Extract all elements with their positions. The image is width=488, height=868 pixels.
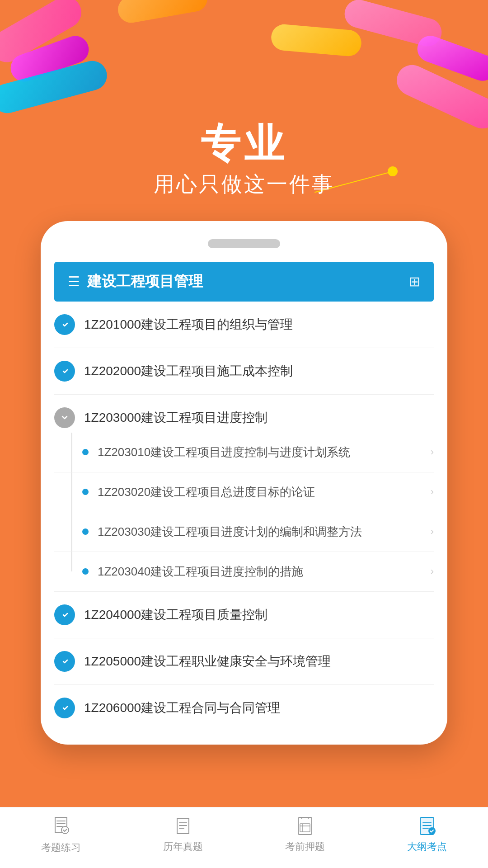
item-icon-blue	[54, 698, 75, 718]
sub-item-line	[71, 472, 72, 512]
nav-label-outline: 大纲考点	[407, 840, 447, 854]
sub-item-dot	[82, 528, 89, 535]
nav-item-past[interactable]: 历年真题	[138, 816, 228, 854]
sub-item[interactable]: 1Z203010建设工程项目进度控制与进度计划系统 ›	[54, 433, 434, 472]
sub-item[interactable]: 1Z203040建设工程项目进度控制的措施 ›	[54, 552, 434, 592]
nav-item-outline[interactable]: 大纲考点	[382, 816, 472, 854]
sub-item[interactable]: 1Z203020建设工程项目总进度目标的论证 ›	[54, 472, 434, 512]
item-text: 1Z203000建设工程项目进度控制	[84, 409, 434, 426]
sub-items: 1Z203010建设工程项目进度控制与进度计划系统 › 1Z203020建设工程…	[54, 433, 434, 592]
hero-title: 专业	[0, 122, 488, 166]
item-icon-blue	[54, 314, 75, 335]
nav-item-predict[interactable]: 考前押题	[260, 816, 350, 854]
list-icon: ☰	[68, 274, 80, 289]
item-icon-blue	[54, 651, 75, 672]
sub-item-line	[71, 512, 72, 552]
nav-icon-wrapper	[51, 815, 71, 837]
item-text: 1Z202000建设工程项目施工成本控制	[84, 362, 434, 380]
sub-item-text: 1Z203030建设工程项目进度计划的编制和调整方法	[98, 523, 431, 541]
sub-item-arrow-icon: ›	[431, 526, 434, 538]
item-text: 1Z201000建设工程项目的组织与管理	[84, 316, 434, 333]
phone-notch	[208, 239, 280, 248]
sub-item-text: 1Z203010建设工程项目进度控制与进度计划系统	[98, 443, 431, 461]
list-item[interactable]: 1Z205000建设工程职业健康安全与环境管理	[54, 638, 434, 685]
list-header-title: 建设工程项目管理	[87, 272, 203, 292]
item-text: 1Z206000建设工程合同与合同管理	[84, 699, 434, 717]
hero-section: 专业 用心只做这一件事	[0, 0, 488, 221]
sub-item-dot	[82, 568, 89, 575]
list-header-left: ☰ 建设工程项目管理	[68, 272, 203, 292]
practice-icon	[51, 815, 71, 835]
item-icon-blue	[54, 361, 75, 382]
nav-label-practice: 考题练习	[41, 841, 81, 854]
sub-item-arrow-icon: ›	[431, 566, 434, 577]
outline-icon	[417, 816, 437, 836]
list-item[interactable]: 1Z202000建设工程项目施工成本控制	[54, 348, 434, 395]
svg-rect-2	[300, 824, 310, 832]
menu-list: 1Z201000建设工程项目的组织与管理 1Z202000建设工程项目施工成本控…	[41, 302, 447, 745]
sub-item-line	[71, 552, 72, 572]
sub-item-dot	[82, 489, 89, 495]
sub-item-arrow-icon: ›	[431, 446, 434, 458]
nav-label-past: 历年真题	[163, 840, 203, 854]
sub-item-arrow-icon: ›	[431, 486, 434, 498]
nav-item-practice[interactable]: 考题练习	[16, 815, 106, 854]
list-header: ☰ 建设工程项目管理 ⊞	[54, 262, 434, 302]
sub-item-text: 1Z203040建设工程项目进度控制的措施	[98, 563, 431, 580]
sub-item-line	[71, 433, 72, 472]
list-item[interactable]: 1Z206000建设工程合同与合同管理	[54, 685, 434, 731]
nav-label-predict: 考前押题	[285, 840, 325, 854]
svg-point-0	[61, 826, 69, 834]
list-item[interactable]: 1Z201000建设工程项目的组织与管理	[54, 302, 434, 348]
grid-icon[interactable]: ⊞	[409, 274, 420, 289]
past-icon	[173, 816, 193, 836]
sub-item-text: 1Z203020建设工程项目总进度目标的论证	[98, 483, 431, 501]
item-text: 1Z204000建设工程项目质量控制	[84, 606, 434, 623]
list-item-expanded[interactable]: 1Z203000建设工程项目进度控制	[54, 395, 434, 433]
item-icon-blue	[54, 604, 75, 625]
list-item[interactable]: 1Z204000建设工程项目质量控制	[54, 592, 434, 638]
bottom-nav: 考题练习 历年真题 考前押题 大纲考点	[0, 807, 488, 868]
predict-icon	[295, 816, 315, 836]
sub-item-dot	[82, 449, 89, 455]
sub-item[interactable]: 1Z203030建设工程项目进度计划的编制和调整方法 ›	[54, 512, 434, 552]
phone-mockup: ☰ 建设工程项目管理 ⊞ 1Z201000建设工程项目的组织与管理 1Z2020…	[41, 221, 447, 745]
item-text: 1Z205000建设工程职业健康安全与环境管理	[84, 652, 434, 670]
item-icon-gray	[54, 407, 75, 428]
hero-subtitle: 用心只做这一件事	[0, 170, 488, 198]
